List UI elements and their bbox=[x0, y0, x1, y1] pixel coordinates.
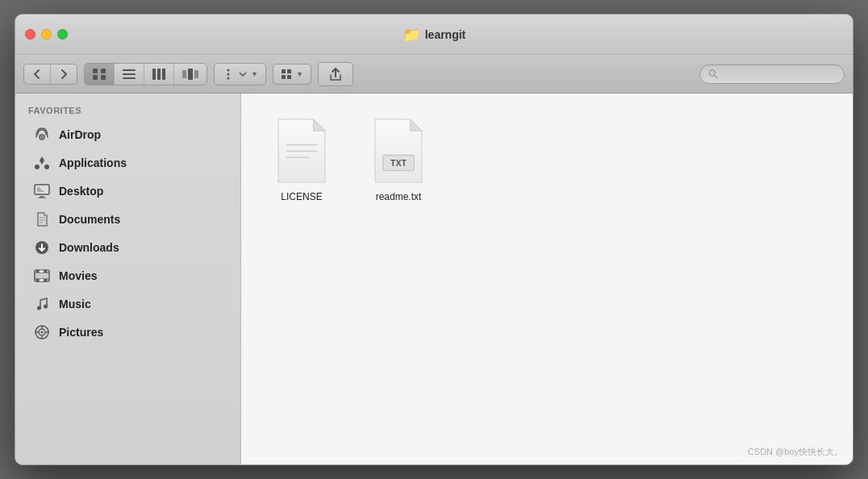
sidebar-item-label: Music bbox=[59, 298, 91, 310]
sidebar-item-label: Movies bbox=[59, 269, 97, 282]
svg-point-23 bbox=[41, 136, 44, 139]
title-bar-center: 📁 learngit bbox=[403, 26, 466, 44]
sidebar-item-applications[interactable]: Applications bbox=[20, 149, 236, 177]
minimize-button[interactable] bbox=[41, 29, 52, 40]
documents-icon bbox=[33, 210, 51, 228]
file-item-readme[interactable]: TXT readme.txt bbox=[362, 118, 435, 203]
svg-rect-3 bbox=[101, 75, 106, 80]
svg-rect-8 bbox=[157, 69, 161, 80]
action-button[interactable]: ▼ bbox=[214, 63, 266, 85]
maximize-button[interactable] bbox=[57, 29, 68, 40]
file-name-readme: readme.txt bbox=[373, 190, 425, 203]
movies-icon bbox=[33, 267, 51, 285]
action-dropdown-arrow: ▼ bbox=[251, 70, 258, 78]
svg-rect-4 bbox=[123, 69, 136, 71]
music-icon bbox=[33, 295, 51, 313]
search-bar[interactable] bbox=[699, 65, 845, 84]
sidebar: FAVORITES AirDrop bbox=[15, 94, 241, 464]
svg-rect-44 bbox=[44, 270, 47, 273]
window-title: learngit bbox=[425, 28, 466, 41]
sidebar-item-music[interactable]: Music bbox=[20, 290, 236, 318]
svg-rect-17 bbox=[287, 69, 291, 73]
search-input[interactable] bbox=[722, 69, 836, 80]
view-coverflow-button[interactable] bbox=[174, 64, 207, 85]
svg-rect-43 bbox=[40, 270, 43, 273]
svg-rect-6 bbox=[123, 77, 136, 79]
svg-rect-7 bbox=[152, 69, 156, 80]
svg-rect-12 bbox=[194, 70, 198, 78]
svg-rect-16 bbox=[282, 69, 286, 73]
traffic-lights bbox=[25, 29, 68, 40]
view-btn-group bbox=[84, 63, 207, 85]
sidebar-item-downloads[interactable]: Downloads bbox=[20, 234, 236, 261]
sidebar-item-label: Applications bbox=[59, 156, 127, 169]
pictures-icon bbox=[33, 323, 51, 341]
file-name-license: LICENSE bbox=[278, 190, 325, 203]
forward-button[interactable] bbox=[51, 65, 77, 84]
sidebar-item-label: Documents bbox=[59, 213, 120, 226]
sidebar-item-pictures[interactable]: Pictures bbox=[20, 319, 236, 346]
svg-rect-11 bbox=[188, 69, 193, 80]
watermark: CSDN @boy快快长大。 bbox=[748, 446, 843, 458]
sidebar-item-label: AirDrop bbox=[59, 128, 101, 141]
nav-btn-group bbox=[23, 64, 77, 85]
svg-rect-19 bbox=[287, 75, 291, 79]
title-bar: 📁 learngit bbox=[15, 15, 853, 55]
share-button[interactable] bbox=[318, 62, 353, 86]
desktop-icon bbox=[33, 182, 51, 200]
sidebar-item-movies[interactable]: Movies bbox=[20, 262, 236, 289]
sidebar-item-label: Pictures bbox=[59, 326, 103, 339]
svg-rect-2 bbox=[93, 75, 98, 80]
file-icon-readme: TXT bbox=[371, 118, 426, 184]
airdrop-icon bbox=[33, 126, 51, 144]
sidebar-item-label: Downloads bbox=[59, 241, 119, 254]
view-icon-button[interactable] bbox=[85, 64, 115, 85]
finder-window: 📁 learngit bbox=[15, 14, 853, 465]
sidebar-item-airdrop[interactable]: AirDrop bbox=[20, 121, 236, 148]
svg-rect-29 bbox=[40, 196, 44, 198]
svg-rect-18 bbox=[282, 75, 286, 79]
arrange-dropdown-arrow: ▼ bbox=[296, 70, 303, 78]
svg-rect-30 bbox=[38, 198, 46, 198]
svg-line-21 bbox=[715, 75, 717, 77]
content-area: FAVORITES AirDrop bbox=[15, 94, 853, 464]
search-icon bbox=[708, 69, 718, 79]
file-area: LICENSE bbox=[241, 94, 853, 464]
svg-rect-42 bbox=[36, 270, 39, 273]
svg-point-14 bbox=[227, 69, 230, 71]
folder-icon: 📁 bbox=[403, 26, 420, 44]
svg-rect-5 bbox=[123, 73, 136, 75]
svg-point-13 bbox=[227, 73, 230, 75]
svg-point-52 bbox=[41, 331, 44, 334]
file-icon-license bbox=[274, 118, 329, 184]
svg-point-49 bbox=[44, 305, 48, 309]
arrange-button[interactable]: ▼ bbox=[273, 64, 311, 85]
svg-point-25 bbox=[44, 165, 49, 169]
favorites-header: FAVORITES bbox=[15, 106, 240, 120]
svg-rect-47 bbox=[44, 279, 47, 281]
close-button[interactable] bbox=[25, 29, 35, 40]
svg-rect-10 bbox=[182, 70, 186, 78]
svg-rect-0 bbox=[93, 69, 98, 73]
back-button[interactable] bbox=[24, 65, 51, 84]
downloads-icon bbox=[33, 239, 51, 256]
sidebar-item-label: Desktop bbox=[59, 185, 103, 198]
svg-point-48 bbox=[37, 306, 41, 310]
svg-rect-9 bbox=[162, 69, 165, 80]
applications-icon bbox=[33, 154, 51, 172]
svg-rect-45 bbox=[36, 279, 39, 281]
file-item-license[interactable]: LICENSE bbox=[265, 118, 338, 203]
sidebar-item-documents[interactable]: Documents bbox=[20, 206, 236, 233]
sidebar-item-desktop[interactable]: Desktop bbox=[20, 177, 236, 205]
toolbar: ▼ ▼ bbox=[15, 55, 853, 94]
svg-point-15 bbox=[227, 77, 230, 79]
svg-point-24 bbox=[35, 165, 40, 169]
view-column-button[interactable] bbox=[144, 64, 174, 85]
svg-rect-46 bbox=[40, 279, 43, 281]
svg-text:TXT: TXT bbox=[390, 158, 407, 168]
svg-rect-1 bbox=[101, 69, 106, 73]
view-list-button[interactable] bbox=[115, 64, 144, 85]
